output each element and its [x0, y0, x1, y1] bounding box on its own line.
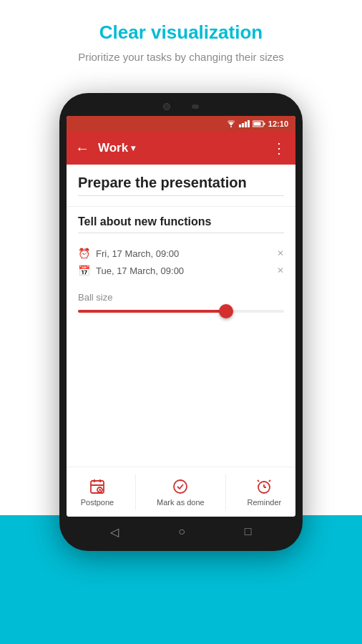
back-button[interactable]: ← [75, 140, 89, 157]
meta-section: ⏰ Fri, 17 March, 09:00 ✕ 📅 Tue, 17 March… [67, 242, 295, 285]
calendar-close-button[interactable]: ✕ [277, 265, 284, 275]
task-underline-2 [78, 233, 284, 233]
app-bar: ← Work ▾ ⋮ [67, 132, 295, 165]
content-area: Prepare the presentation Tell about new … [67, 165, 295, 467]
check-icon [172, 478, 189, 495]
reminder-close-button[interactable]: ✕ [277, 248, 284, 258]
task-title-2: Tell about new functions [78, 215, 284, 228]
postpone-button[interactable]: Postpone [74, 472, 121, 512]
reminder-label: Reminder [248, 498, 282, 507]
nav-home-button[interactable]: ○ [178, 525, 185, 538]
subtitle: Prioritize your tasks by changing their … [0, 49, 362, 64]
postpone-icon [89, 478, 106, 495]
task-title-1: Prepare the presentation [78, 175, 284, 191]
phone-speaker [192, 104, 199, 109]
page-background: Clear visualization Prioritize your task… [0, 0, 362, 644]
reminder-button[interactable]: Reminder [240, 472, 289, 512]
mark-done-label: Mark as done [157, 498, 205, 507]
meta-item-calendar: 📅 Tue, 17 March, 09:00 ✕ [78, 265, 284, 276]
signal-bars [239, 120, 250, 127]
alarm-action-icon [255, 478, 273, 495]
svg-point-9 [174, 480, 187, 493]
svg-line-14 [269, 480, 270, 482]
status-time: 12:10 [268, 119, 288, 128]
bottom-action-bar: Postpone Mark as done [67, 467, 295, 517]
svg-rect-2 [263, 123, 265, 125]
slider-thumb[interactable] [219, 304, 233, 318]
title-dropdown-arrow[interactable]: ▾ [131, 143, 135, 153]
watermark: ITMOP.COM [306, 627, 355, 637]
task-item-2: Tell about new functions [67, 207, 295, 242]
svg-rect-3 [253, 122, 260, 126]
slider-track[interactable] [78, 310, 284, 313]
phone-nav-bar: ◁ ○ □ [67, 521, 295, 542]
phone-mockup: 12:10 ← Work ▾ ⋮ Prepare the pre [59, 93, 303, 551]
more-options-button[interactable]: ⋮ [272, 140, 287, 157]
nav-back-button[interactable]: ◁ [110, 525, 119, 539]
main-title: Clear visualization [0, 21, 362, 44]
phone-body: 12:10 ← Work ▾ ⋮ Prepare the pre [59, 93, 303, 551]
task-item-1: Prepare the presentation [67, 165, 295, 207]
ball-size-label: Ball size [78, 292, 284, 303]
divider-2 [225, 474, 226, 510]
phone-screen: 12:10 ← Work ▾ ⋮ Prepare the pre [67, 116, 295, 517]
calendar-meta-icon: 📅 [78, 265, 90, 276]
postpone-label: Postpone [81, 498, 114, 507]
svg-line-13 [258, 480, 259, 482]
slider-fill [78, 310, 226, 313]
app-title-text: Work [98, 141, 128, 155]
phone-camera [163, 103, 170, 110]
svg-point-0 [230, 126, 232, 127]
calendar-text: Tue, 17 March, 09:00 [96, 265, 271, 276]
battery-icon [253, 120, 265, 127]
ball-size-section: Ball size [67, 285, 295, 323]
phone-top-details [67, 103, 295, 110]
status-icons: 12:10 [226, 119, 288, 128]
top-text-section: Clear visualization Prioritize your task… [0, 21, 362, 64]
task-underline-1 [78, 195, 284, 196]
nav-recent-button[interactable]: □ [245, 525, 252, 538]
reminder-text: Fri, 17 March, 09:00 [96, 248, 271, 259]
divider-1 [135, 474, 136, 510]
status-bar: 12:10 [67, 116, 295, 132]
app-bar-title: Work ▾ [98, 141, 263, 155]
alarm-meta-icon: ⏰ [78, 248, 90, 259]
mark-done-button[interactable]: Mark as done [150, 472, 212, 512]
wifi-icon [226, 120, 236, 127]
meta-item-reminder: ⏰ Fri, 17 March, 09:00 ✕ [78, 248, 284, 259]
